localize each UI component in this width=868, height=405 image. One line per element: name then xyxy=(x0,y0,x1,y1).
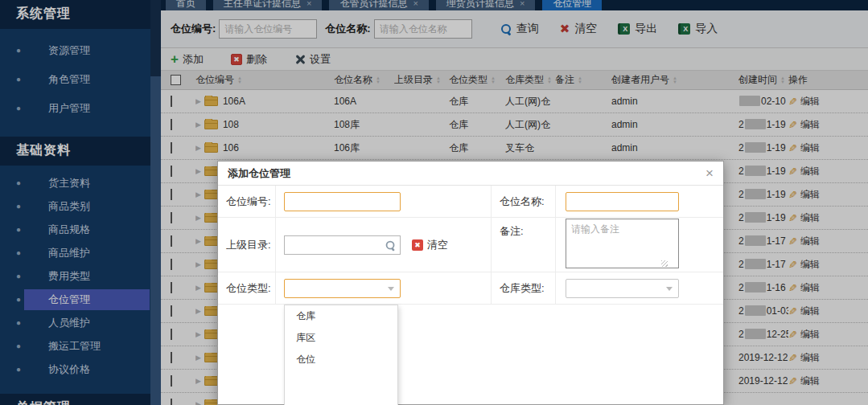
modal-wh-type-select[interactable] xyxy=(566,279,679,298)
modal-close-icon[interactable]: × xyxy=(706,166,714,180)
parent-search-icon[interactable] xyxy=(386,240,396,250)
dropdown-option-仓库[interactable]: 仓库 xyxy=(285,305,397,327)
chevron-down-icon xyxy=(388,287,394,291)
modal-remark-textarea[interactable] xyxy=(566,219,679,268)
app-window: 系统管理●资源管理●角色管理●用户管理基础资料●货主资料●商品类别●商品规格●商… xyxy=(0,0,868,405)
modal-parent-input[interactable] xyxy=(284,235,401,255)
chevron-down-icon xyxy=(666,287,673,291)
dropdown-option-库区[interactable]: 库区 xyxy=(285,327,397,349)
parent-clear-label[interactable]: 清空 xyxy=(427,238,448,252)
type-select-dropdown: 仓库库区仓位 xyxy=(284,305,398,405)
modal-title: 添加仓位管理 xyxy=(228,166,706,181)
modal-type-label: 仓位类型: xyxy=(218,272,276,305)
modal-name-input[interactable] xyxy=(566,192,679,211)
parent-clear-icon[interactable]: ✖ xyxy=(412,239,423,251)
modal-header: 添加仓位管理 × xyxy=(218,162,723,186)
modal-code-label: 仓位编号: xyxy=(218,186,276,218)
modal-form: 仓位编号: 仓位名称: 上级目录: ✖ 清空 备注: xyxy=(218,186,723,305)
modal-code-input[interactable] xyxy=(284,192,401,211)
modal-name-label: 仓位名称: xyxy=(492,186,556,218)
modal-wh-type-label: 仓库类型: xyxy=(492,272,556,305)
modal-remark-label: 备注: xyxy=(492,218,556,272)
modal-parent-label: 上级目录: xyxy=(218,218,276,272)
dropdown-option-仓位[interactable]: 仓位 xyxy=(285,349,397,370)
add-location-modal: 添加仓位管理 × 仓位编号: 仓位名称: 上级目录: ✖ 清空 备注: xyxy=(217,161,724,405)
modal-type-select[interactable] xyxy=(284,279,401,298)
